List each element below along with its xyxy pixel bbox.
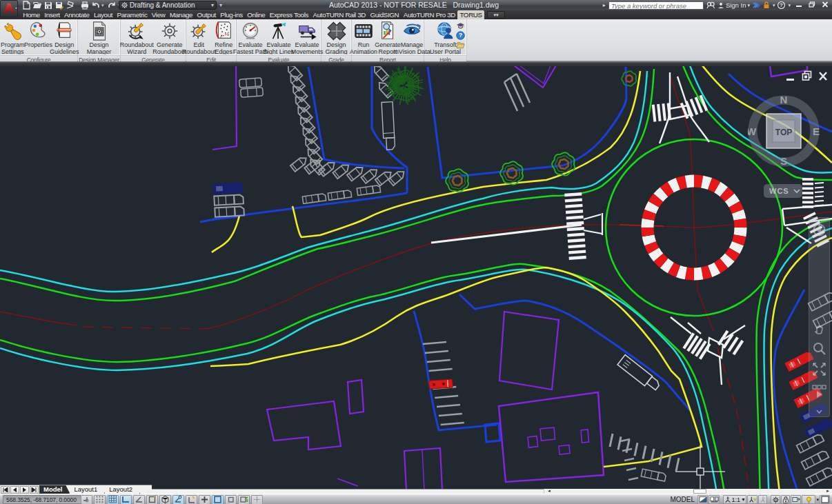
qat-overflow-caret[interactable]: ▾	[219, 2, 222, 8]
new-file-button[interactable]	[21, 1, 31, 10]
ribbon-button-evaluate-fastest-path[interactable]: Evaluate Fastest Path	[237, 19, 265, 55]
redo-button[interactable]	[107, 1, 117, 10]
ribbon-button-program-settings[interactable]: Program Settings	[0, 19, 26, 55]
toggle-dynamic-input[interactable]	[199, 495, 210, 504]
drawing-status-bar-button[interactable]	[802, 495, 815, 504]
ribbon-button-design-guidelines[interactable]: Design Guidelines	[51, 19, 77, 55]
annotation-scale-button[interactable]: 1:1▼	[723, 495, 746, 504]
ribbon-button-run-animation[interactable]: Run Animation	[352, 19, 376, 55]
ribbon-button-refine-edges[interactable]: Refine Edges	[212, 19, 237, 55]
menu-tab-plug-ins[interactable]: Plug-ins	[218, 10, 245, 19]
ucs-badge[interactable]: WCS	[764, 184, 802, 198]
save-as-button[interactable]	[54, 1, 64, 10]
ribbon-button-roundabout-wizard[interactable]: Roundabout Wizard	[121, 19, 154, 55]
menu-tab-annotate[interactable]: Annotate	[62, 10, 92, 19]
toggle-transparency[interactable]	[225, 495, 237, 504]
lock-icon[interactable]	[763, 1, 770, 9]
menu-tab-guidsign[interactable]: GuidSIGN	[368, 10, 401, 19]
toggle-dynamic-ucs[interactable]	[186, 495, 197, 504]
menu-tab-view[interactable]: View	[150, 10, 168, 19]
clean-screen-button[interactable]	[820, 495, 830, 504]
toggle-polar-tracking[interactable]	[133, 495, 145, 504]
ribbon-button-manage-invision-data[interactable]: Manage InVision Data	[400, 19, 424, 55]
menu-tab-insert[interactable]: Insert	[42, 10, 62, 19]
minimize-button[interactable]	[793, 0, 804, 9]
tab-next-button[interactable]	[20, 486, 29, 494]
open-file-button[interactable]	[32, 1, 42, 10]
drawing-restore-button[interactable]	[802, 70, 812, 81]
lock-caret[interactable]: ▾	[773, 3, 775, 8]
resources-icon[interactable]	[456, 41, 465, 50]
toggle-selection-cycling[interactable]	[251, 495, 263, 504]
annotation-visibility-button[interactable]	[747, 495, 757, 504]
help-icon[interactable]: ?	[777, 1, 785, 9]
scroll-right-arrow[interactable]: ►	[826, 489, 830, 494]
scroll-left-arrow[interactable]: ◄	[547, 489, 551, 494]
menu-tab-express-tools[interactable]: Express Tools	[268, 10, 311, 19]
drawing-canvas[interactable]: TOP N S W E WCS	[0, 66, 832, 489]
navbar-fullnav-wheel[interactable]	[811, 222, 827, 238]
toggle-object-snap[interactable]	[146, 495, 158, 504]
restore-button[interactable]	[806, 0, 818, 9]
help-caret[interactable]: ▾	[788, 3, 791, 8]
exchange-icon[interactable]	[753, 1, 760, 9]
ribbon-button-properties[interactable]: Properties	[26, 19, 52, 55]
menu-tab-manage[interactable]: Manage	[168, 10, 195, 19]
workspace-switching-button[interactable]	[771, 495, 780, 504]
toggle-infer-constraints[interactable]	[81, 495, 92, 504]
ribbon-minimize-button[interactable]: ▾▾	[487, 11, 505, 19]
viewcube-north[interactable]: N	[780, 95, 788, 105]
viewcube[interactable]: TOP N S W E	[748, 95, 820, 167]
layout-tab-model[interactable]: Model	[39, 485, 70, 494]
drawing-close-button[interactable]	[818, 70, 828, 81]
close-button[interactable]	[819, 0, 831, 9]
help-circle-icon[interactable]: ?	[456, 31, 465, 40]
menu-tab-layout[interactable]: Layout	[92, 10, 115, 19]
ribbon-button-design-grading[interactable]: Design Grading	[321, 19, 351, 55]
layout-tab-layout1[interactable]: Layout1	[70, 485, 105, 494]
ribbon-button-design-manager[interactable]: Design Manager	[78, 19, 120, 55]
application-menu-button[interactable]	[0, 0, 18, 17]
toggle-grid-display[interactable]	[107, 495, 119, 504]
toggle-snap-mode[interactable]	[94, 495, 106, 504]
menu-tab-output[interactable]: Output	[195, 10, 218, 19]
quick-view-layouts-button[interactable]	[697, 495, 708, 504]
annotation-autoscale-button[interactable]	[758, 495, 767, 504]
menu-tab-online[interactable]: Online	[245, 10, 268, 19]
navbar-showmotion[interactable]	[811, 383, 827, 399]
workspace-switcher[interactable]: Drafting & Annotation ▾	[119, 1, 217, 10]
viewcube-west[interactable]: W	[748, 125, 757, 137]
menu-tab-autoturn-rail-3d[interactable]: AutoTURN Rail 3D	[310, 10, 368, 19]
navbar-orbit[interactable]	[811, 361, 827, 377]
tab-last-button[interactable]	[30, 486, 39, 494]
plot-preview-button[interactable]	[65, 1, 75, 10]
horizontal-scrollbar[interactable]: ◄ ►	[544, 489, 832, 494]
ucs-dropdown-caret[interactable]	[793, 189, 800, 193]
tray-settings-button[interactable]	[791, 495, 801, 504]
undo-button[interactable]	[90, 1, 101, 10]
viewcube-south[interactable]: S	[780, 155, 787, 167]
toolbar-lock-button[interactable]	[781, 495, 790, 504]
training-icon[interactable]	[456, 21, 465, 30]
ribbon-button-evaluate-sight-lines[interactable]: Evaluate Sight Lines	[265, 19, 293, 55]
undo-caret[interactable]: ▾	[101, 3, 106, 8]
viewcube-east[interactable]: E	[813, 125, 820, 137]
toggle-lineweight[interactable]	[212, 495, 224, 504]
scrollbar-thumb[interactable]	[693, 489, 706, 494]
drawing-minimize-button[interactable]	[786, 70, 795, 81]
search-input[interactable]: Type a keyword or phrase	[608, 1, 704, 10]
status-menu-caret[interactable]: ▾	[816, 497, 819, 503]
toggle-quick-properties[interactable]	[238, 495, 250, 504]
tab-prev-button[interactable]	[10, 486, 19, 494]
ribbon-button-evaluate-movements[interactable]: Evaluate Movements	[293, 19, 321, 55]
sign-in[interactable]: Sign In ▾	[717, 1, 750, 9]
layout-tab-layout2[interactable]: Layout2	[105, 485, 140, 494]
save-button[interactable]	[43, 1, 53, 10]
search-expand-caret[interactable]: ▸	[603, 2, 606, 8]
ribbon-button-edit-roundabout[interactable]: Edit Roundabout	[186, 19, 212, 55]
quick-view-drawings-button[interactable]	[709, 495, 720, 504]
print-button[interactable]	[79, 1, 90, 10]
ribbon-button-generate-roundabout[interactable]: Generate Roundabout	[153, 19, 186, 55]
model-space-label[interactable]: MODEL	[670, 496, 695, 503]
navigation-bar[interactable]	[809, 217, 830, 417]
